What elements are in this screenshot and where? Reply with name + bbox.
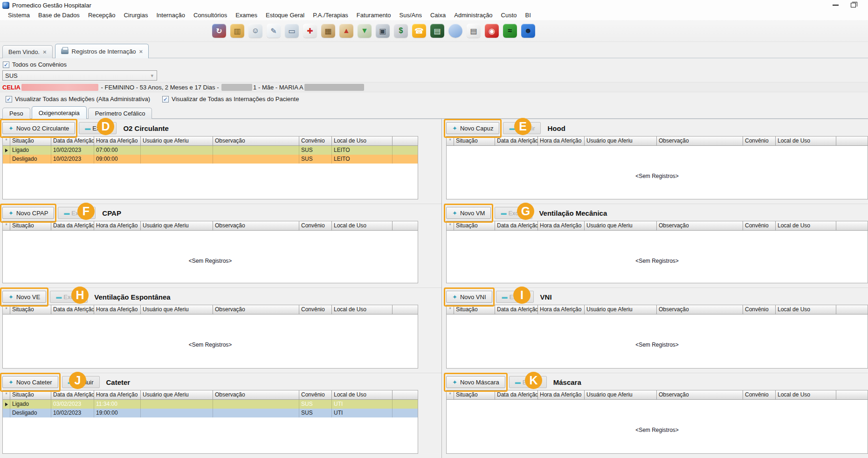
chat-icon[interactable] <box>448 24 462 38</box>
menu-interna-o[interactable]: Internação <box>152 11 189 20</box>
column-header[interactable]: Hora da Aferição <box>94 305 141 314</box>
column-header[interactable]: Observação <box>657 137 743 146</box>
close-icon[interactable]: × <box>43 48 47 55</box>
column-header[interactable]: Hora da Aferição <box>538 305 585 314</box>
window-minimize-button[interactable] <box>833 5 839 6</box>
menu-consult-rios[interactable]: Consultórios <box>189 11 231 20</box>
column-header[interactable]: Observação <box>213 137 299 146</box>
column-header[interactable]: Situação <box>10 390 51 400</box>
column-header[interactable]: Data da Aferição <box>51 137 94 146</box>
column-header[interactable]: Observação <box>213 305 299 314</box>
table-row[interactable]: Ligado10/02/202307:00:00SUSLEITO <box>3 146 418 155</box>
patients-folder-icon[interactable]: ▥ <box>230 24 244 38</box>
ledger-book-icon[interactable]: ▤ <box>430 24 444 38</box>
menu-administra-o[interactable]: Administração <box>450 11 496 20</box>
records-grid[interactable]: *SituaçãoData da AferiçãoHora da Aferiçã… <box>2 305 418 369</box>
column-header[interactable]: Observação <box>657 221 743 231</box>
column-header[interactable]: Situação <box>10 221 51 231</box>
view-all-medicoes-checkbox[interactable]: ✓ Visualizar Todas as Medições (Alta Adm… <box>6 96 150 103</box>
menu-base-de-dados[interactable]: Base de Dados <box>34 11 84 20</box>
column-header[interactable]: Situação <box>454 221 495 231</box>
menu-exames[interactable]: Exames <box>231 11 262 20</box>
column-header[interactable]: Local de Uso <box>332 390 393 400</box>
novo-cpap-button[interactable]: ✦ Novo CPAP <box>2 207 54 219</box>
column-header[interactable]: Convênio <box>743 137 776 146</box>
column-header[interactable]: Local de Uso <box>332 305 393 314</box>
column-header[interactable]: Convênio <box>299 390 332 400</box>
ambulance-icon[interactable]: ✚ <box>303 24 317 38</box>
novo-ventilacao-mecanica-button[interactable]: ✦ Novo VM <box>446 207 491 219</box>
menu-custo[interactable]: Custo <box>497 11 521 20</box>
column-header[interactable]: Data da Aferição <box>51 390 94 400</box>
vitals-agenda-icon[interactable]: ≈ <box>503 24 517 38</box>
column-header[interactable]: Local de Uso <box>776 305 836 314</box>
column-header[interactable]: Convênio <box>299 305 332 314</box>
records-grid[interactable]: *SituaçãoData da AferiçãoHora da Aferiçã… <box>446 390 868 454</box>
novo-cateter-button[interactable]: ✦ Novo Cateter <box>2 376 58 388</box>
stock-entry-icon[interactable]: ▲ <box>339 24 353 38</box>
column-header[interactable]: Data da Aferição <box>51 221 94 231</box>
column-header[interactable]: Data da Aferição <box>495 390 538 400</box>
tab-registros-de-interna-o[interactable]: Registros de Internação× <box>55 44 149 58</box>
novo-ventilacao-espontanea-button[interactable]: ✦ Novo VE <box>2 291 46 303</box>
column-header[interactable]: Local de Uso <box>332 221 393 231</box>
column-header[interactable]: Hora da Aferição <box>94 137 141 146</box>
refresh-session-icon[interactable]: ↻ <box>212 24 226 38</box>
column-header[interactable]: Convênio <box>743 390 776 400</box>
all-convenios-checkbox[interactable]: ✓ Todos os Convênios <box>3 61 67 68</box>
column-header[interactable]: Hora da Aferição <box>538 137 585 146</box>
hospital-bed-icon[interactable]: ▭ <box>285 24 299 38</box>
column-header[interactable]: Data da Aferição <box>51 305 94 314</box>
column-header[interactable]: Hora da Aferição <box>94 221 141 231</box>
records-grid[interactable]: *SituaçãoData da AferiçãoHora da Aferiçã… <box>446 305 868 369</box>
menu-bi[interactable]: BI <box>521 11 535 20</box>
table-row[interactable]: Desligado10/02/202309:00:00SUSLEITO <box>3 155 418 164</box>
patient-agenda-icon[interactable]: ☻ <box>521 24 535 38</box>
stock-exit-icon[interactable]: ▼ <box>358 24 372 38</box>
prescription-icon[interactable]: ✎ <box>267 24 281 38</box>
records-grid[interactable]: *SituaçãoData da AferiçãoHora da Aferiçã… <box>446 221 868 283</box>
menu-caixa[interactable]: Caixa <box>426 11 450 20</box>
column-header[interactable]: Usuário que Aferiu <box>141 137 213 146</box>
subtab-peso[interactable]: Peso <box>2 108 30 119</box>
column-header[interactable]: Observação <box>213 390 299 400</box>
column-header[interactable]: Convênio <box>743 305 776 314</box>
convenio-dropdown[interactable]: SUS ▾ <box>2 70 157 81</box>
column-header[interactable]: Local de Uso <box>776 221 836 231</box>
column-header[interactable]: Usuário que Aferiu <box>585 390 657 400</box>
doctor-icon[interactable]: ☺ <box>248 24 262 38</box>
novo-vni-button[interactable]: ✦ Novo VNI <box>446 291 492 303</box>
column-header[interactable]: Observação <box>657 390 743 400</box>
column-header[interactable]: Usuário que Aferiu <box>585 137 657 146</box>
records-grid[interactable]: *SituaçãoData da AferiçãoHora da Aferiçã… <box>2 136 418 199</box>
records-grid[interactable]: *SituaçãoData da AferiçãoHora da Aferiçã… <box>446 136 868 199</box>
column-header[interactable]: Situação <box>10 305 51 314</box>
close-icon[interactable]: × <box>139 48 143 55</box>
novo-hood-button[interactable]: ✦ Novo Capuz <box>446 122 499 134</box>
billing-calculator-icon[interactable]: $ <box>394 24 408 38</box>
column-header[interactable]: Local de Uso <box>776 137 836 146</box>
table-row[interactable]: Desligado10/02/202319:00:00SUSUTI <box>3 409 418 417</box>
menu-sus-ans[interactable]: Sus/Ans <box>395 11 426 20</box>
column-header[interactable]: Situação <box>10 137 51 146</box>
phone-book-icon[interactable]: ☎ <box>412 24 426 38</box>
novo-mascara-button[interactable]: ✦ Novo Máscara <box>446 376 505 388</box>
column-header[interactable]: Usuário que Aferiu <box>141 221 213 231</box>
column-header[interactable]: Hora da Aferição <box>538 390 585 400</box>
column-header[interactable]: Data da Aferição <box>495 137 538 146</box>
view-all-internacoes-checkbox[interactable]: ✓ Visualizar de Todas as Internações do … <box>162 96 299 103</box>
records-grid[interactable]: *SituaçãoData da AferiçãoHora da Aferiçã… <box>2 390 418 454</box>
column-header[interactable]: Situação <box>454 137 495 146</box>
subtab-per-metro-cef-lico[interactable]: Perímetro Cefálico <box>88 108 152 119</box>
column-header[interactable]: Data da Aferição <box>495 305 538 314</box>
menu-sistema[interactable]: Sistema <box>4 11 34 20</box>
column-header[interactable]: Observação <box>213 221 299 231</box>
table-row[interactable]: Ligado03/02/202311:34:00SUSUTI <box>3 400 418 409</box>
menu-estoque-geral[interactable]: Estoque Geral <box>262 11 309 20</box>
column-header[interactable]: Local de Uso <box>332 137 393 146</box>
menu-faturamento[interactable]: Faturamento <box>352 11 395 20</box>
menu-recep-o[interactable]: Recepção <box>84 11 120 20</box>
column-header[interactable]: Data da Aferição <box>495 221 538 231</box>
menu-p-a-terapias[interactable]: P.A./Terapias <box>309 11 352 20</box>
column-header[interactable]: Usuário que Aferiu <box>585 305 657 314</box>
